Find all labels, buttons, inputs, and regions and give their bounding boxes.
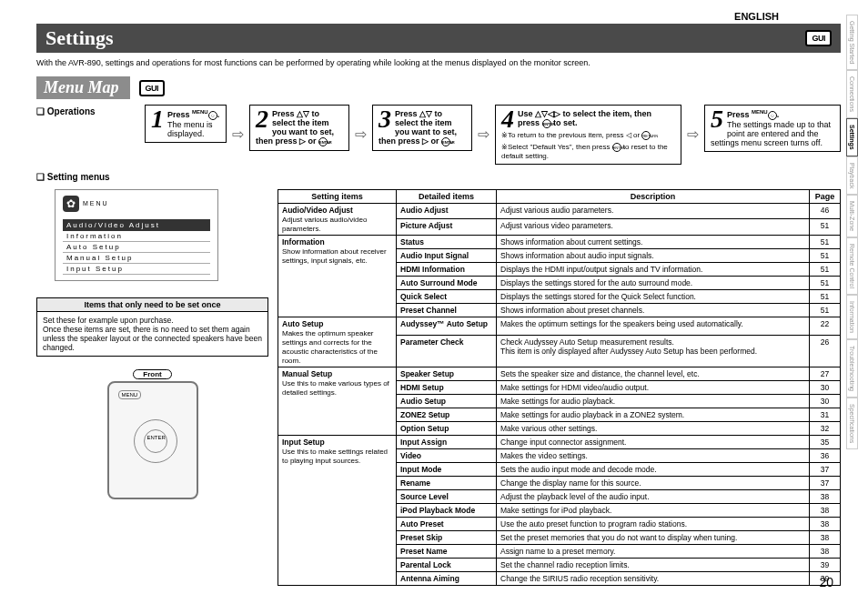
description-cell: Shows information about current settings… — [497, 235, 810, 248]
description-cell: Shows information about audio input sign… — [497, 248, 810, 262]
detail-cell: iPod Playback Mode — [397, 503, 497, 517]
gui-badge-icon: GUI — [805, 30, 832, 46]
side-tab[interactable]: Remote Control — [846, 237, 858, 295]
description-cell: Make settings for HDMI video/audio outpu… — [497, 380, 810, 394]
side-tab[interactable]: Settings — [846, 118, 858, 156]
left-column: ✿ MENU Audio/Video Adjust Information Au… — [36, 189, 268, 586]
page-cell: 51 — [810, 262, 841, 276]
step-1: 1 Press MENU○. The menu is displayed. — [145, 105, 227, 143]
step-4-note2: ※Select "Default Yes", then press ENTER … — [501, 143, 675, 160]
page-cell: 51 — [810, 289, 841, 303]
enter-button-icon: ENTER — [612, 143, 621, 152]
page-cell: 46 — [810, 203, 841, 219]
description-cell: Set the preset memories that you do not … — [497, 530, 810, 544]
enter-button-icon: ENTER — [441, 137, 450, 146]
side-tabs: Getting StartedConnectionsSettingsPlayba… — [846, 15, 866, 449]
description-cell: Makes the optimum settings for the speak… — [497, 317, 810, 336]
description-cell: Change input connector assignment. — [497, 435, 810, 448]
enter-button-icon: ENTER — [542, 119, 551, 128]
step-1-tail: The menu is displayed. — [167, 120, 213, 138]
side-tab[interactable]: Playback — [846, 156, 858, 195]
description-cell: Sets the speaker size and distance, the … — [497, 367, 810, 380]
description-cell: Displays the settings stored for the Qui… — [497, 289, 810, 303]
detail-cell: HDMI Setup — [397, 380, 497, 394]
set-once-title: Items that only need to be set once — [37, 298, 267, 312]
menu-button-icon: ○ — [208, 111, 217, 120]
page-number: 20 — [819, 575, 833, 589]
arrow-icon: ⇨ — [232, 126, 244, 143]
settings-table-wrap: Setting items Detailed items Description… — [278, 189, 841, 586]
detail-cell: Preset Skip — [397, 530, 497, 544]
setting-item-cell: Manual SetupUse this to make various typ… — [278, 367, 397, 435]
detail-cell: Rename — [397, 476, 497, 489]
description-cell: Displays the settings stored for the aut… — [497, 276, 810, 289]
description-cell: Set the channel radio reception limits. — [497, 558, 810, 571]
side-tab[interactable]: Troubleshooting — [846, 339, 858, 398]
detail-cell: Quick Select — [397, 289, 497, 303]
step-2: 2 Press △▽ to select the item you want t… — [249, 105, 349, 151]
page-cell: 32 — [810, 421, 841, 435]
page-cell: 26 — [810, 336, 841, 367]
description-cell: Change the SIRIUS radio reception sensit… — [497, 571, 810, 585]
detail-cell: Audio Adjust — [397, 203, 497, 219]
page-cell: 39 — [810, 558, 841, 571]
side-tab[interactable]: Multi-Zone — [846, 195, 858, 237]
description-cell: Change the display name for this source. — [497, 476, 810, 489]
detail-cell: ZONE2 Setup — [397, 408, 497, 421]
page-cell: 31 — [810, 408, 841, 421]
menu-item: Auto Setup — [63, 242, 210, 253]
description-cell: Shows information about preset channels. — [497, 303, 810, 317]
description-cell: Make settings for audio playback. — [497, 394, 810, 408]
detail-cell: Parental Lock — [397, 558, 497, 571]
page-cell: 37 — [810, 476, 841, 489]
side-tab[interactable]: Specifications — [846, 398, 858, 449]
menu-item: Input Setup — [63, 264, 210, 275]
step-4: 4 Use △▽◁▷ to select the item, then pres… — [495, 105, 681, 165]
language-label: ENGLISH — [36, 11, 841, 22]
step-5: 5 Press MENU○. The settings made up to t… — [704, 105, 841, 152]
description-cell: Makes the video settings. — [497, 448, 810, 462]
step-number: 3 — [378, 109, 391, 129]
arrow-icon: ⇨ — [355, 126, 367, 143]
setting-item-cell: Auto SetupMakes the optimum speaker sett… — [278, 317, 397, 367]
page-cell: 36 — [810, 448, 841, 462]
page-cell: 51 — [810, 248, 841, 262]
side-tab[interactable]: Getting Started — [846, 15, 858, 70]
page-title: Settings — [45, 26, 114, 50]
menu-map-row: Menu Map GUI — [36, 76, 841, 99]
step-4-note1: ※To return to the previous item, press ◁… — [501, 131, 675, 140]
description-cell: Adjust various video parameters. — [497, 219, 810, 236]
step-number: 5 — [711, 109, 723, 129]
arrow-icon: ⇨ — [687, 126, 699, 143]
page-cell: 37 — [810, 462, 841, 476]
settings-table: Setting items Detailed items Description… — [278, 189, 841, 586]
detail-cell: Auto Preset — [397, 517, 497, 530]
side-tab[interactable]: Connections — [846, 70, 858, 118]
th-page: Page — [810, 189, 841, 203]
front-label: Front — [133, 369, 171, 379]
table-row: Manual SetupUse this to make various typ… — [278, 367, 841, 380]
page-cell: 51 — [810, 276, 841, 289]
th-description: Description — [497, 189, 810, 203]
th-detail: Detailed items — [397, 189, 497, 203]
manual-page: ENGLISH Settings GUI With the AVR-890, s… — [0, 0, 868, 597]
detail-cell: Preset Name — [397, 544, 497, 558]
side-tab[interactable]: Information — [846, 295, 858, 339]
operations-heading: Operations — [36, 106, 132, 116]
description-cell: Make various other settings. — [497, 421, 810, 435]
detail-cell: Input Assign — [397, 435, 497, 448]
table-row: InformationShow information about receiv… — [278, 235, 841, 248]
step-5-tail: The settings made up to that point are e… — [711, 120, 831, 147]
content-row: ✿ MENU Audio/Video Adjust Information Au… — [36, 189, 841, 586]
detail-cell: Audio Input Signal — [397, 248, 497, 262]
setting-item-cell: Audio/Video AdjustAdjust various audio/v… — [278, 203, 397, 235]
description-cell: Adjust various audio parameters. — [497, 203, 810, 219]
description-cell: Check Audyssey Auto Setup measurement re… — [497, 336, 810, 367]
detail-cell: Video — [397, 448, 497, 462]
menu-map-heading: Menu Map — [36, 76, 130, 99]
detail-cell: Parameter Check — [397, 336, 497, 367]
page-cell: 38 — [810, 530, 841, 544]
detail-cell: Status — [397, 235, 497, 248]
remote-image-icon: ENTER MENU — [107, 381, 198, 499]
description-cell: Adjust the playback level of the audio i… — [497, 489, 810, 503]
